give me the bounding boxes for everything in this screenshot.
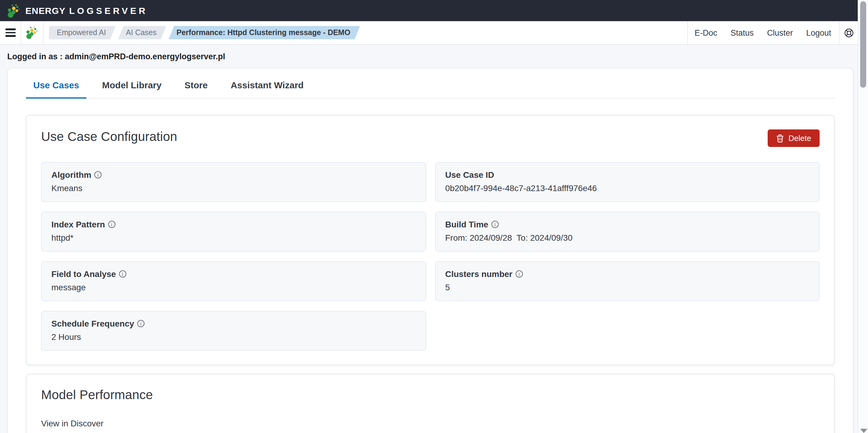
brand-wordmark: ENERGYLOGSERVER <box>25 5 148 16</box>
view-in-discover-link[interactable]: View in Discover <box>41 418 103 428</box>
field-algorithm: Algorithm Kmeans <box>41 162 426 202</box>
breadcrumb-ai-cases[interactable]: AI Cases <box>118 26 166 39</box>
field-label: Index Pattern <box>51 220 105 229</box>
delete-button-label: Delete <box>788 134 811 143</box>
energylogserver-logo-icon <box>7 3 21 18</box>
tab-bar: Use Cases Model Library Store Assistant … <box>26 68 835 98</box>
trash-icon <box>776 134 784 142</box>
energylogserver-logo-icon <box>25 26 39 39</box>
nav-links: E-Doc Status Cluster Logout <box>687 21 858 44</box>
nav-link-cluster[interactable]: Cluster <box>767 28 793 37</box>
field-use-case-id: Use Case ID 0b20b4f7-994e-48c7-a213-41af… <box>435 162 819 202</box>
field-value: 5 <box>445 282 809 292</box>
use-case-configuration-header: Use Case Configuration Delete <box>41 129 819 147</box>
field-value: 2 Hours <box>51 332 415 342</box>
top-app-bar: ENERGYLOGSERVER <box>0 0 858 21</box>
field-label: Use Case ID <box>445 170 494 180</box>
info-icon[interactable] <box>94 171 101 178</box>
field-index-pattern: Index Pattern httpd* <box>41 212 426 252</box>
main-panel: Use Cases Model Library Store Assistant … <box>7 68 854 433</box>
help-button[interactable] <box>840 21 858 44</box>
scrollbar-corner-grip <box>860 429 867 433</box>
use-case-configuration-card: Use Case Configuration Delete Algorithm … <box>26 115 835 365</box>
info-icon[interactable] <box>119 270 126 278</box>
menu-hamburger-icon[interactable] <box>0 21 21 44</box>
model-performance-title: Model Performance <box>41 388 819 402</box>
configuration-fields-grid: Algorithm Kmeans Use Case ID 0b20b4f7-99… <box>41 162 819 351</box>
field-label: Schedule Frequency <box>51 319 134 328</box>
field-label: Algorithm <box>51 170 91 180</box>
field-value: Kmeans <box>51 183 415 193</box>
breadcrumb: Empowered AI AI Cases Performance: Httpd… <box>49 26 362 39</box>
app-root: ENERGYLOGSERVER Empowered AI AI Cases Pe… <box>0 0 868 433</box>
field-field-to-analyse: Field to Analyse message <box>41 261 426 301</box>
nav-divider <box>43 21 43 44</box>
nav-link-logout[interactable]: Logout <box>806 28 831 37</box>
scrollbar-track[interactable] <box>858 0 868 433</box>
life-buoy-help-icon <box>843 28 854 38</box>
nav-link-edoc[interactable]: E-Doc <box>694 28 717 37</box>
field-schedule-frequency: Schedule Frequency 2 Hours <box>41 311 426 351</box>
tab-assistant-wizard[interactable]: Assistant Wizard <box>223 80 311 98</box>
breadcrumb-current-page: Performance: Httpd Clustering message - … <box>168 26 360 39</box>
field-clusters-number: Clusters number 5 <box>435 261 819 301</box>
breadcrumb-empowered-ai[interactable]: Empowered AI <box>49 26 116 39</box>
tab-use-cases[interactable]: Use Cases <box>26 80 87 98</box>
logged-in-text: Logged in as : admin@emPRD-demo.energylo… <box>7 52 225 61</box>
brand-energy: ENERGY <box>25 5 66 16</box>
tab-store[interactable]: Store <box>178 80 215 98</box>
field-value: 0b20b4f7-994e-48c7-a213-41afff976e46 <box>445 183 809 193</box>
model-performance-card: Model Performance View in Discover <box>26 374 835 433</box>
tab-model-library[interactable]: Model Library <box>95 80 169 98</box>
brand: ENERGYLOGSERVER <box>7 3 148 18</box>
nav-link-status[interactable]: Status <box>731 28 754 37</box>
info-icon[interactable] <box>108 221 115 228</box>
field-value: message <box>51 282 415 292</box>
info-icon[interactable] <box>491 221 499 228</box>
field-value: httpd* <box>51 233 415 242</box>
delete-button[interactable]: Delete <box>768 129 819 147</box>
field-label: Build Time <box>445 220 488 229</box>
brand-logserver: LOGSERVER <box>69 5 148 16</box>
field-value: From: 2024/09/28 To: 2024/09/30 <box>445 233 809 242</box>
scrollbar-thumb[interactable] <box>860 1 866 88</box>
field-label: Field to Analyse <box>51 269 116 279</box>
info-icon[interactable] <box>516 270 523 278</box>
nav-home-logo[interactable] <box>21 21 43 44</box>
navigation-bar: Empowered AI AI Cases Performance: Httpd… <box>0 21 858 45</box>
info-icon[interactable] <box>137 320 145 327</box>
nav-divider <box>687 21 688 44</box>
use-case-configuration-title: Use Case Configuration <box>41 129 177 144</box>
user-session-bar: Logged in as : admin@emPRD-demo.energylo… <box>0 45 858 68</box>
field-build-time: Build Time From: 2024/09/28 To: 2024/09/… <box>435 212 819 252</box>
field-label: Clusters number <box>445 269 513 279</box>
